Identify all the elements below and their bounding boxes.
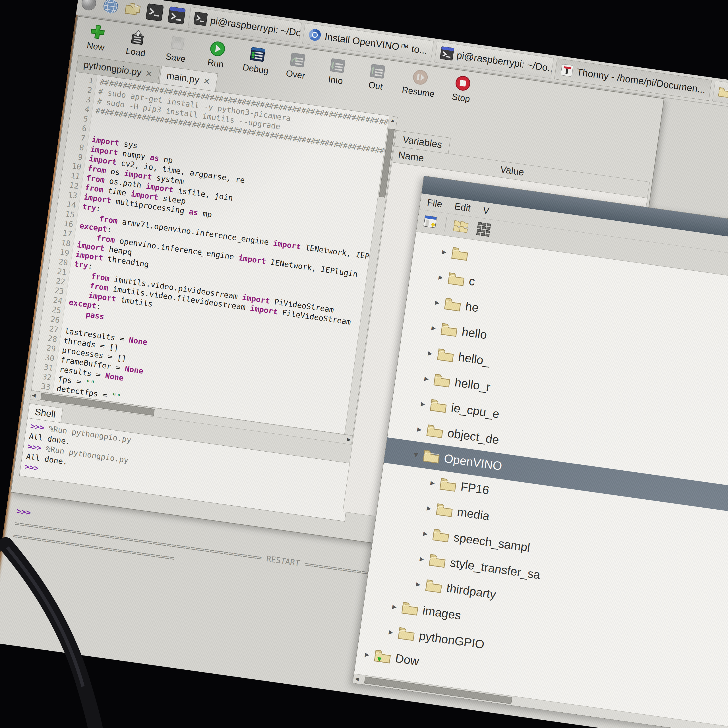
launcher-web-browser-icon[interactable] <box>100 0 121 17</box>
resume-button[interactable]: Resume <box>401 67 437 99</box>
chevron-right-icon[interactable]: ▸ <box>423 347 437 359</box>
debug-button[interactable]: Debug <box>242 44 272 76</box>
tab-label: main.py <box>166 70 200 86</box>
download-arrow-icon: ▼ <box>375 655 384 664</box>
chromium-icon <box>307 28 322 42</box>
chevron-right-icon[interactable]: ▸ <box>422 502 436 514</box>
chevron-right-icon[interactable]: ▸ <box>416 398 430 410</box>
taskbar-window-title: Install OpenVINO™ to... <box>324 31 428 56</box>
launcher-terminal-blue-icon[interactable] <box>166 5 187 26</box>
folder-icon <box>422 449 440 464</box>
launcher-ball-icon[interactable] <box>78 0 99 14</box>
scroll-right-icon[interactable]: ▶ <box>346 435 351 444</box>
chevron-right-icon[interactable]: ▸ <box>360 648 374 660</box>
folder-tree: ▸▸c▸he▸hello▸hello_▸hello_r▸ie_cpu_e▸obj… <box>355 232 728 721</box>
folder-icon <box>432 528 450 543</box>
tree-item-label: pythonGPIO <box>418 629 485 652</box>
tree-item-label: media <box>456 505 491 523</box>
menu-edit[interactable]: Edit <box>454 201 471 214</box>
chevron-right-icon[interactable]: ▸ <box>420 373 433 384</box>
tree-item-label: ie_cpu_e <box>450 401 500 421</box>
folder-icon <box>435 503 454 518</box>
resume-icon <box>411 68 429 86</box>
folder-icon <box>397 626 416 642</box>
stop-button[interactable]: Stop <box>447 73 478 105</box>
close-icon[interactable]: ✕ <box>202 76 211 86</box>
thonny-icon <box>559 63 574 78</box>
stop-icon <box>454 74 472 92</box>
tree-item-label: speech_sampl <box>453 530 531 555</box>
fm-new-icon[interactable] <box>422 213 439 231</box>
folder-icon <box>447 271 465 287</box>
fm-grid-icon[interactable] <box>475 220 492 239</box>
variables-name-header[interactable]: Name <box>398 149 425 164</box>
into-icon <box>329 57 347 75</box>
folder-icon <box>433 373 451 388</box>
chevron-right-icon[interactable]: ▸ <box>384 626 398 638</box>
variables-value-header[interactable]: Value <box>499 164 525 178</box>
chevron-right-icon[interactable]: ▸ <box>413 423 426 435</box>
tree-item-label: FP16 <box>460 480 490 497</box>
chevron-right-icon[interactable]: ▸ <box>431 296 444 308</box>
chevron-right-icon[interactable]: ▸ <box>388 601 401 612</box>
new-button[interactable]: New <box>81 22 112 54</box>
new-icon <box>89 23 107 41</box>
tree-item-label: hello <box>461 325 488 342</box>
close-icon[interactable]: ✕ <box>145 68 153 79</box>
chevron-right-icon[interactable]: ▸ <box>415 553 429 564</box>
toolbar-button-label: Stop <box>451 92 471 104</box>
chevron-right-icon[interactable]: ▸ <box>437 246 451 257</box>
toolbar-button-label: New <box>86 40 105 53</box>
toolbar-button-label: Save <box>165 52 186 64</box>
load-button[interactable]: Load <box>121 28 153 59</box>
folder-icon <box>451 246 469 262</box>
menu-v[interactable]: V <box>482 205 490 216</box>
scroll-up-icon[interactable]: ▲ <box>388 116 397 125</box>
load-icon <box>128 28 147 46</box>
toolbar-button-label: Over <box>286 68 306 81</box>
taskbar-window-title: pi@raspberrypi: ~/Do... <box>456 49 554 74</box>
toolbar-button-label: Out <box>368 80 383 92</box>
chevron-right-icon[interactable]: ▸ <box>434 271 448 283</box>
chevron-right-icon[interactable]: ▸ <box>427 322 440 333</box>
folder-icon <box>444 297 462 312</box>
tree-item-label: c <box>468 274 476 288</box>
taskbar-window-button[interactable] <box>712 81 728 105</box>
folder-icon <box>428 553 447 569</box>
chevron-right-icon[interactable]: ▸ <box>426 477 439 488</box>
scroll-left-icon[interactable]: ◀ <box>31 391 36 400</box>
folder-icon: ▼ <box>374 648 392 664</box>
tree-item-label: object_de <box>447 426 500 447</box>
run-icon <box>209 40 226 58</box>
code-text[interactable]: ########################################… <box>53 75 389 434</box>
code-editor[interactable]: 1234567891011121314151617181920212223242… <box>31 72 398 436</box>
chevron-down-icon[interactable]: ▾ <box>409 448 422 460</box>
toolbar-button-label: Into <box>327 74 344 86</box>
into-button[interactable]: Into <box>321 56 352 87</box>
tree-item-label: OpenVINO <box>443 451 503 473</box>
toolbar-button-label: Debug <box>242 62 269 76</box>
folder-icon <box>439 477 457 492</box>
launcher-file-manager-icon[interactable] <box>122 0 143 20</box>
fm-folders-icon[interactable] <box>452 217 470 236</box>
toolbar-button-label: Run <box>207 57 224 70</box>
tree-item-label: thirdparty <box>446 581 497 601</box>
over-button[interactable]: Over <box>281 50 312 82</box>
launcher-terminal-icon[interactable] <box>144 2 165 23</box>
folder-icon <box>426 424 444 439</box>
terminal-blue-icon <box>440 46 454 61</box>
toolbar-button-label: Load <box>125 46 146 58</box>
scroll-left-icon[interactable]: ◀ <box>355 674 359 684</box>
tree-item-label: Dow <box>395 652 420 668</box>
save-icon <box>169 34 187 52</box>
toolbar-button-label: Resume <box>401 84 435 99</box>
shell-prompt: >>> <box>16 506 36 518</box>
chevron-right-icon[interactable]: ▸ <box>419 528 432 539</box>
tree-item-label: hello_r <box>454 375 491 394</box>
out-button[interactable]: Out <box>361 61 392 93</box>
menu-file[interactable]: File <box>427 197 443 210</box>
run-button[interactable]: Run <box>201 39 232 70</box>
save-button[interactable]: Save <box>161 33 192 64</box>
chevron-right-icon[interactable]: ▸ <box>411 578 425 590</box>
terminal-icon <box>193 11 208 26</box>
